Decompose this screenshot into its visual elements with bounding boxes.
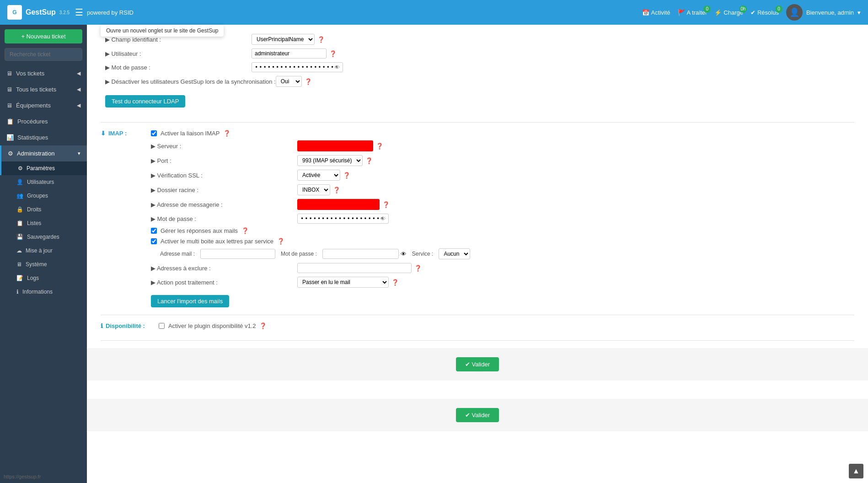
- port-help-icon[interactable]: ❓: [365, 157, 373, 164]
- topnav-right: 📅 Activité 0 🚩 A traiter 0h ⚡ Charge 0 ✔…: [642, 4, 861, 21]
- sidebar-sub-item-droits[interactable]: 🔒 Droits: [0, 203, 87, 216]
- adresse-messagerie-help-icon[interactable]: ❓: [382, 201, 390, 208]
- sidebar-sub-label: Système: [26, 261, 47, 268]
- gerer-reponses-row: Gérer les réponses aux mails ❓: [146, 227, 854, 234]
- atraiter-button[interactable]: 0 🚩 A traiter: [678, 9, 707, 16]
- spacer: [101, 385, 854, 394]
- imap-label-text: IMAP :: [108, 130, 127, 137]
- activer-imap-checkbox[interactable]: [151, 130, 157, 136]
- sidebar-item-statistiques[interactable]: 📊 Statistiques: [0, 129, 87, 145]
- gerer-reponses-checkbox[interactable]: [151, 228, 157, 234]
- new-ticket-button[interactable]: + Nouveau ticket: [5, 29, 82, 43]
- user-menu[interactable]: 👤 Bienvenue, admin ▾: [786, 4, 861, 21]
- ssl-help-icon[interactable]: ❓: [343, 172, 350, 179]
- sidebar-sub-item-mise-a-jour[interactable]: ☁ Mise à jour: [0, 244, 87, 258]
- user-label: Bienvenue, admin: [806, 9, 854, 16]
- sidebar-item-vos-tickets[interactable]: 🖥 Vos tickets ◀: [0, 65, 87, 81]
- sidebar-item-procedures[interactable]: 📋 Procédures: [0, 113, 87, 129]
- resolus-button[interactable]: 0 ✔ Résolus: [750, 9, 779, 16]
- adresses-exclure-input[interactable]: [297, 263, 412, 273]
- sidebar-sub-item-utilisateurs[interactable]: 👤 Utilisateurs: [0, 175, 87, 189]
- adresses-exclure-help-icon[interactable]: ❓: [414, 265, 422, 272]
- sidebar-sub-label: Droits: [27, 206, 41, 213]
- ssl-row: ▶ Vérification SSL : Activée Désactivée …: [146, 170, 854, 181]
- activite-button[interactable]: 📅 Activité: [642, 9, 670, 16]
- test-ldap-button[interactable]: Test du connecteur LDAP: [105, 95, 185, 107]
- valider-button-1[interactable]: ✔ Valider: [456, 357, 499, 371]
- ssl-select[interactable]: Activée Désactivée: [297, 170, 340, 181]
- mot-de-passe3-label: Mot de passe :: [281, 251, 317, 257]
- champ-identifiant-help-icon[interactable]: ❓: [317, 36, 325, 43]
- sidebar-sub-label: Mise à jour: [26, 247, 53, 254]
- multi-boite-help-icon[interactable]: ❓: [277, 238, 284, 245]
- sidebar-sub-item-groupes[interactable]: 👥 Groupes: [0, 189, 87, 203]
- mot-de-passe2-input[interactable]: [297, 214, 389, 224]
- activite-icon: 📅: [642, 9, 649, 16]
- sidebar-sub-item-informations[interactable]: ℹ Informations: [0, 285, 87, 299]
- multi-boite-checkbox[interactable]: [151, 238, 157, 244]
- groupes-icon: 👥: [16, 193, 23, 199]
- service-select[interactable]: Aucun: [439, 248, 470, 259]
- sidebar-sub-item-sauvegardes[interactable]: 💾 Sauvegardes: [0, 230, 87, 244]
- resolus-icon: ✔: [750, 9, 755, 16]
- lancer-import-button[interactable]: Lancer l'import des mails: [151, 295, 229, 307]
- chevron-down-icon: ▾: [78, 150, 80, 156]
- serveur-input[interactable]: [297, 140, 373, 151]
- imap-divider: [101, 315, 854, 315]
- atraiter-badge: 0: [703, 5, 711, 13]
- utilisateur-help-icon[interactable]: ❓: [329, 50, 337, 57]
- activer-imap-help-icon[interactable]: ❓: [223, 130, 230, 137]
- action-post-help-icon[interactable]: ❓: [391, 279, 399, 286]
- utilisateur-row: ▶ Utilisateur : ❓: [101, 48, 854, 59]
- activer-disponibilite-help-icon[interactable]: ❓: [259, 322, 267, 329]
- scroll-top-button[interactable]: ▲: [849, 464, 863, 478]
- serveur-label: ▶ Serveur :: [151, 143, 297, 150]
- activite-label: Activité: [651, 9, 670, 16]
- bottom-divider1: [101, 340, 854, 341]
- hamburger-icon[interactable]: ☰: [75, 7, 83, 18]
- activer-imap-label: Activer la liaison IMAP: [161, 130, 220, 137]
- valider-button-2[interactable]: ✔ Valider: [456, 408, 499, 422]
- mot-de-passe3-input[interactable]: [322, 249, 399, 259]
- eye3-icon[interactable]: 👁: [401, 251, 407, 258]
- search-input[interactable]: [5, 48, 82, 61]
- action-post-select[interactable]: Passer en lu le mail Supprimer le mail D…: [297, 277, 389, 288]
- adresse-messagerie-input[interactable]: [297, 199, 380, 210]
- logs-icon: 📝: [16, 275, 23, 281]
- champ-identifiant-select[interactable]: UserPrincipalName sAMAccountName: [252, 34, 315, 45]
- test-ldap-wrapper: Test du connecteur LDAP: [101, 91, 854, 115]
- sidebar-sub-item-systeme[interactable]: 🖥 Système: [0, 258, 87, 271]
- serveur-help-icon[interactable]: ❓: [376, 143, 383, 150]
- gerer-reponses-help-icon[interactable]: ❓: [241, 227, 249, 234]
- adresses-exclure-row: ▶ Adresses à exclure : ❓: [146, 263, 854, 273]
- password2-field-wrapper: 👁: [297, 214, 389, 224]
- sidebar-item-administration[interactable]: ⚙ Administration ▾: [0, 145, 87, 161]
- password-field-wrapper: 👁: [252, 62, 343, 72]
- disponibilite-icon: ℹ: [101, 322, 103, 329]
- download-icon: ⬇: [101, 130, 106, 137]
- sidebar-item-tous-tickets[interactable]: 🖥 Tous les tickets ◀: [0, 81, 87, 97]
- validate-row2: ✔ Valider: [87, 399, 868, 431]
- eye2-icon[interactable]: 👁: [380, 215, 386, 222]
- champ-identifiant-label: ▶ Champ identifiant :: [105, 36, 252, 43]
- sidebar-item-label: Administration: [17, 150, 54, 157]
- desactiver-select[interactable]: Oui Non: [276, 76, 302, 87]
- administration-icon: ⚙: [8, 150, 13, 157]
- eye-icon[interactable]: 👁: [334, 64, 340, 71]
- sidebar-sub-item-logs[interactable]: 📝 Logs: [0, 271, 87, 285]
- sidebar-sub-item-listes[interactable]: 📋 Listes: [0, 216, 87, 230]
- sidebar-item-equipements[interactable]: 🖥 Équipements ◀: [0, 97, 87, 113]
- activer-disponibilite-checkbox[interactable]: [159, 323, 165, 329]
- dossier-select[interactable]: INBOX: [297, 184, 330, 195]
- sidebar-sub-item-parametres[interactable]: ⚙ Paramètres: [0, 161, 87, 175]
- desactiver-help-icon[interactable]: ❓: [305, 78, 312, 85]
- adresse-mail-input[interactable]: [200, 249, 275, 259]
- port-select[interactable]: 993 (IMAP sécurisé) 143 (IMAP) 995 (POP3…: [297, 155, 363, 166]
- sidebar-sub-label: Sauvegardes: [27, 234, 59, 240]
- charge-button[interactable]: 0h ⚡ Charge: [714, 9, 743, 16]
- dossier-help-icon[interactable]: ❓: [333, 187, 340, 193]
- mot-de-passe-input[interactable]: [252, 62, 343, 72]
- activer-disponibilite-label: Activer le plugin disponibilité v1.2: [168, 322, 256, 329]
- utilisateur-input[interactable]: [252, 48, 327, 59]
- disponibilite-label-text: Disponibilité :: [106, 322, 145, 329]
